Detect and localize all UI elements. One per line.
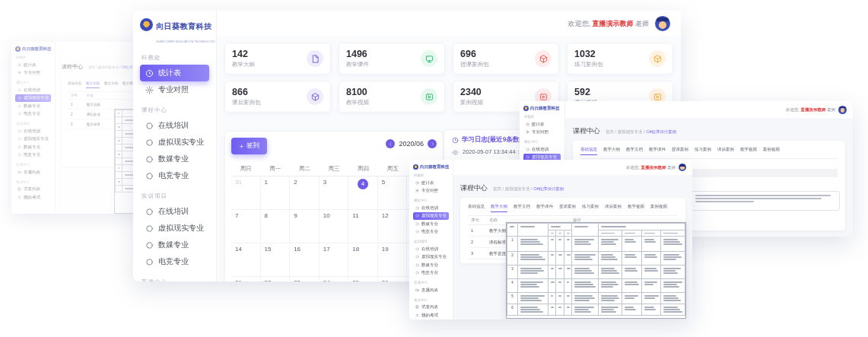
calendar-day-cell[interactable]: 22 (261, 277, 291, 281)
sidebar-item[interactable]: 虚拟现实专业 (140, 134, 209, 151)
sidebar-item[interactable]: 数媒专业 (413, 220, 449, 228)
calendar-day-cell[interactable]: 9 (290, 210, 320, 243)
avatar[interactable] (838, 106, 847, 114)
sidebar-item[interactable]: 专业对照 (15, 69, 51, 78)
sidebar-item[interactable]: 专业对照 (140, 81, 209, 98)
calendar-day-cell[interactable]: 11 (348, 210, 378, 243)
breadcrumb-item[interactable]: 首页 (493, 186, 501, 191)
course-description-textarea[interactable] (691, 191, 840, 211)
breadcrumb-item[interactable]: 首页 (88, 65, 95, 69)
breadcrumb-item[interactable]: 虚拟现实专业 (618, 129, 643, 134)
sidebar-item[interactable]: 虚拟现实专业 (413, 212, 449, 221)
calendar-day-cell[interactable]: 4 (348, 176, 378, 210)
stat-card[interactable]: 142教学大纲 (224, 43, 331, 75)
tab-item[interactable]: 基础信息 (68, 81, 81, 88)
breadcrumb-item[interactable]: C#程序设计案例 (533, 186, 564, 191)
calendar-day-cell[interactable]: 15 (261, 243, 291, 277)
sidebar-item[interactable]: 数媒专业 (140, 151, 209, 167)
sidebar-item[interactable]: 虚拟现实专业 (413, 253, 449, 262)
sidebar-item[interactable]: 在线培训 (15, 86, 51, 94)
sidebar-item[interactable]: 数媒专业 (15, 102, 51, 110)
sidebar-item[interactable]: 虚拟现实专业 (15, 135, 51, 144)
sidebar-item[interactable]: 数媒专业 (15, 143, 51, 151)
sidebar-item[interactable]: 在线培训 (140, 203, 209, 220)
tab-item[interactable]: 课后案例 (605, 204, 622, 212)
breadcrumb-item[interactable]: 首页 (606, 129, 614, 134)
calendar-day-cell[interactable]: 1 (261, 176, 291, 210)
tab-item[interactable]: 教学文档 (513, 204, 530, 212)
tab-item[interactable]: 课后案例 (717, 147, 734, 155)
sidebar-item[interactable]: 电竞专业 (15, 110, 51, 119)
tab-item[interactable]: 练习案例 (582, 204, 599, 212)
sidebar-item[interactable]: 在线培训 (15, 127, 51, 135)
sidebar-item[interactable]: 数媒专业 (140, 237, 209, 253)
calendar-day-cell[interactable]: 2 (290, 176, 320, 210)
sidebar-item[interactable]: 电竞专业 (413, 228, 449, 237)
tab-item[interactable]: 教学课件 (649, 147, 666, 155)
sidebar-item[interactable]: 虚拟现实专业 (15, 94, 51, 103)
stat-card[interactable]: 696授课案例包 (453, 43, 559, 75)
sidebar-item[interactable]: 专业对照 (413, 187, 449, 196)
tab-item[interactable]: 案例视频 (650, 204, 667, 212)
sidebar-item[interactable]: 统计表 (413, 179, 449, 187)
breadcrumb-item[interactable]: C#程序设计案例 (646, 129, 676, 134)
tab-item[interactable]: 教学视频 (740, 147, 757, 155)
sidebar-item[interactable]: 统计表 (140, 65, 209, 81)
tab-item[interactable]: 教学文档 (626, 147, 643, 155)
calendar-day-cell[interactable]: 5 (378, 176, 408, 210)
tab-item[interactable]: 练习案例 (695, 147, 711, 155)
sign-in-button[interactable]: 签到 (231, 138, 267, 154)
sidebar-item[interactable]: 专业对照 (523, 129, 561, 137)
calendar-day-cell[interactable]: 14 (231, 243, 261, 277)
tab-item[interactable]: 教学视频 (628, 204, 644, 212)
sidebar-item[interactable]: 直播列表 (15, 168, 51, 176)
sidebar-item[interactable]: 在线培训 (523, 145, 561, 154)
sidebar-item[interactable]: 统计表 (523, 120, 561, 129)
sidebar-item[interactable]: 数媒专业 (413, 261, 449, 269)
sidebar-item[interactable]: 虚拟现实专业 (140, 220, 209, 237)
calendar-day-cell[interactable]: 3 (320, 176, 349, 210)
stat-card[interactable]: 1496教学课件 (339, 43, 445, 75)
tab-item[interactable]: 教学课件 (536, 204, 553, 212)
prev-month-button[interactable] (386, 139, 395, 148)
sidebar-item[interactable]: 电竞专业 (140, 167, 209, 184)
next-month-button[interactable] (428, 139, 437, 148)
sidebar-item[interactable]: 试卷列表 (413, 304, 449, 312)
stat-card[interactable]: 866课后案例包 (224, 81, 331, 113)
calendar-day-cell[interactable]: 31 (231, 176, 261, 210)
sidebar-item[interactable]: 电竞专业 (140, 253, 209, 270)
tab-item[interactable]: 教学文档 (104, 81, 118, 88)
calendar-day-cell[interactable]: 25 (348, 277, 378, 281)
tab-item[interactable]: 案例视频 (763, 147, 780, 155)
sidebar-item[interactable]: 直播列表 (413, 286, 449, 294)
breadcrumb-item[interactable]: 虚拟现实专业 (505, 186, 530, 191)
tab-active[interactable]: 基础信息 (580, 147, 597, 155)
calendar-day-cell[interactable]: 19 (378, 243, 408, 277)
sidebar-item[interactable]: 在线培训 (413, 245, 449, 253)
breadcrumb-item[interactable]: 虚拟现实专业 (98, 65, 119, 69)
sidebar-item[interactable]: 统计表 (15, 61, 51, 69)
tab-active[interactable]: 教学大纲 (491, 204, 507, 212)
stat-card[interactable]: 8100教学视频 (339, 81, 445, 113)
sidebar-item[interactable]: 在线培训 (413, 204, 449, 212)
calendar-day-cell[interactable]: 26 (378, 277, 408, 281)
tab-active[interactable]: 教学大纲 (86, 81, 100, 88)
sidebar-item[interactable]: 在线培训 (140, 117, 209, 134)
tab-item[interactable]: 授课案例 (672, 147, 688, 155)
calendar-day-cell[interactable]: 10 (320, 210, 349, 243)
calendar-day-cell[interactable]: 12 (378, 210, 408, 243)
tab-item[interactable]: 教学大纲 (603, 147, 620, 155)
sidebar-item[interactable]: 我的考试 (15, 193, 51, 202)
calendar-day-cell[interactable]: 23 (290, 277, 320, 281)
calendar-day-cell[interactable]: 16 (290, 243, 320, 277)
collapse-sidebar-icon[interactable] (205, 22, 212, 29)
stat-card[interactable]: 1032练习案例包 (567, 43, 673, 75)
calendar-day-cell[interactable]: 21 (231, 277, 261, 281)
avatar[interactable] (679, 164, 686, 171)
sidebar-item[interactable]: 电竞专业 (15, 151, 51, 160)
calendar-day-cell[interactable]: 7 (231, 210, 261, 243)
sidebar-item[interactable]: 我的考试 (413, 311, 449, 320)
calendar-day-cell[interactable]: 18 (348, 243, 378, 277)
calendar-day-cell[interactable]: 8 (261, 210, 291, 243)
calendar-day-cell[interactable]: 17 (320, 243, 349, 277)
